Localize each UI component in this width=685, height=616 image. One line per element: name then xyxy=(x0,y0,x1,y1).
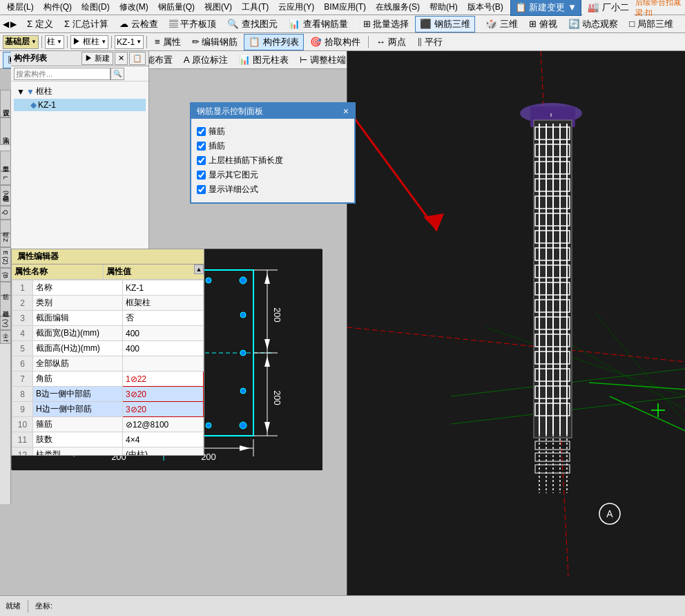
nav-right[interactable]: ▶ xyxy=(10,19,17,29)
prop-row-2-value[interactable]: 框架柱 xyxy=(123,296,204,311)
prop-row-6-value[interactable] xyxy=(123,356,204,372)
fullscreen-button[interactable]: ⊡ 全屏 xyxy=(679,16,685,32)
menu-item-layers[interactable]: 楼层(L) xyxy=(3,0,38,15)
sidebar-tab-setup[interactable]: 设置 xyxy=(0,90,11,117)
3d-column-svg: A xyxy=(347,51,685,576)
prop-row-7-value[interactable]: 1⊘22 xyxy=(123,372,204,387)
sidebar-tab-b[interactable]: (B xyxy=(0,268,11,282)
tree-child-label: KZ-1 xyxy=(38,100,56,110)
sidebar-tab-y[interactable]: (Y) xyxy=(0,316,11,330)
sidebar-tab-l[interactable]: L xyxy=(0,171,11,185)
top-view-button[interactable]: ⊞ 俯视 xyxy=(524,16,562,32)
menu-item-help[interactable]: 帮助(H) xyxy=(425,0,462,15)
prop-row-10-value[interactable]: ⊘12@8100 xyxy=(123,417,204,432)
level-top-button[interactable]: ▤ 平齐板顶 xyxy=(164,16,222,32)
rebar-right-1 xyxy=(240,312,246,318)
comp-new-button[interactable]: ▶ 新建 xyxy=(81,52,113,65)
sidebar-tab-z[interactable]: Z xyxy=(0,233,11,247)
property-button[interactable]: ≡ 属性 xyxy=(150,34,185,50)
sidebar-tab-foundation[interactable]: 基础(M) xyxy=(0,185,11,206)
calc-button[interactable]: Σ 汇总计算 xyxy=(59,16,113,32)
element-table-button[interactable]: 📊 图元柱表 xyxy=(234,52,294,68)
rebar-top-3 xyxy=(206,278,211,283)
rebar-checkbox-upper-insert[interactable]: 上层柱插筋下插长度 xyxy=(197,153,349,168)
find-element-button[interactable]: 🔍 查找图元 xyxy=(222,16,282,32)
prop-row-8: 8 B边一侧中部筋 3⊘20 xyxy=(12,387,204,402)
prop-row-8-name: B边一侧中部筋 xyxy=(33,387,123,402)
kz-dropdown[interactable]: KZ-1 ▼ xyxy=(115,35,144,49)
prop-row-2-name: 类别 xyxy=(33,296,123,311)
batch-select-button[interactable]: ⊞ 批量选择 xyxy=(358,16,414,32)
sidebar-tab-q[interactable]: Q xyxy=(0,206,11,220)
rebar-checkbox-stirrup[interactable]: 箍筋 xyxy=(197,124,349,139)
define-button[interactable]: Σ 定义 xyxy=(22,16,58,32)
prop-row-3-value[interactable]: 否 xyxy=(123,311,204,326)
tree-root[interactable]: ▼ ▼ 框柱 xyxy=(14,84,146,99)
prop-row-4-value[interactable]: 400 xyxy=(123,326,204,341)
rebar-corner-br xyxy=(240,422,247,429)
menu-item-rebar-qty[interactable]: 钢筋量(Q) xyxy=(154,0,199,15)
menu-item-view[interactable]: 视图(V) xyxy=(200,0,236,15)
comp-delete-button[interactable]: ✕ xyxy=(115,52,128,65)
prop-row-6-id: 6 xyxy=(12,356,33,372)
menu-item-draw[interactable]: 绘图(D) xyxy=(77,0,114,15)
sidebar-tab-num[interactable]: ②f xyxy=(0,330,11,344)
tree-child-kz1[interactable]: ◆ KZ-1 xyxy=(14,99,146,111)
sidebar-tab-rebar[interactable]: 筋 xyxy=(0,282,11,296)
foundation-dropdown[interactable]: 基础层 ▼ xyxy=(3,35,39,49)
column-label: 柱 xyxy=(47,36,55,48)
rebar-checkbox-insert[interactable]: 插筋 xyxy=(197,139,349,153)
prop-row-8-value[interactable]: 3⊘20 xyxy=(123,387,204,402)
in-situ-label-button[interactable]: A 原位标注 xyxy=(179,52,233,68)
menu-item-component[interactable]: 构件(Q) xyxy=(39,0,76,15)
3d-view-button[interactable]: 🎲 三维 xyxy=(481,16,523,32)
component-list-button[interactable]: 📋 构件列表 xyxy=(244,34,304,50)
prop-row-5-value[interactable]: 400 xyxy=(123,341,204,356)
sep6 xyxy=(111,36,112,48)
cloud-check-button[interactable]: ☁ 云检查 xyxy=(115,16,163,32)
prop-row-11-name: 肢数 xyxy=(33,432,123,447)
edit-rebar-button[interactable]: ✏ 编辑钢筋 xyxy=(187,34,243,50)
rebar-checkbox-show-others[interactable]: 显示其它图元 xyxy=(197,168,349,182)
prop-row-12-value[interactable]: (中柱) xyxy=(123,447,204,456)
dim-text-200-r-lower: 200 xyxy=(272,390,282,405)
rebar-checkbox-show-formula[interactable]: 显示详细公式 xyxy=(197,182,349,197)
menu-item-version[interactable]: 版本号(B) xyxy=(463,0,508,15)
sidebar-tab-frame[interactable]: 框 xyxy=(0,220,11,233)
comp-search-button[interactable]: 🔍 xyxy=(110,68,124,80)
component-list-panel: 构件列表 ▶ 新建 ✕ 📋 🔍 ▼ ▼ 框柱 ◆ KZ-1 xyxy=(11,51,149,249)
dynamic-obs-button[interactable]: 🔄 动态观察 xyxy=(563,16,624,32)
prop-row-12-name: 柱类型 xyxy=(33,447,123,456)
sidebar-tab-input[interactable]: 输入 xyxy=(0,117,11,145)
column-dropdown[interactable]: 柱 ▼ xyxy=(45,35,64,49)
two-point-button[interactable]: ↔ 两点 xyxy=(372,34,411,50)
view-rebar-button[interactable]: 📊 查看钢筋量 xyxy=(284,16,353,32)
menu-item-modify[interactable]: 修改(M) xyxy=(115,0,153,15)
menu-item-cloud[interactable]: 云应用(Y) xyxy=(274,0,318,15)
menu-bar: 楼层(L) 构件(Q) 绘图(D) 修改(M) 钢筋量(Q) 视图(V) 工具(… xyxy=(0,0,685,15)
status-sep xyxy=(28,600,28,613)
sidebar-tab-foundation2[interactable]: 础基 xyxy=(0,296,11,316)
prop-row-7: 7 角筋 1⊘22 xyxy=(12,372,204,387)
prop-row-11-value[interactable]: 4×4 xyxy=(123,432,204,447)
menu-item-online[interactable]: 在线服务(S) xyxy=(372,0,424,15)
rebar-ctrl-close-button[interactable]: × xyxy=(343,106,349,117)
parallel-button[interactable]: ∥ 平行 xyxy=(412,34,448,50)
menu-item-bim[interactable]: BIM应用(T) xyxy=(320,0,370,15)
sidebar-tab-e2[interactable]: E (Z) xyxy=(0,247,11,268)
rebar-3d-button[interactable]: ⬛ 钢筋三维 xyxy=(415,16,475,32)
nav-left[interactable]: ◀ xyxy=(3,19,9,29)
new-change-button[interactable]: 📋 新建变更 ▼ xyxy=(510,0,582,16)
sidebar-tab-type[interactable]: 类型 xyxy=(0,151,11,171)
prop-row-5: 5 截面高(H边)(mm) 400 xyxy=(12,341,204,356)
comp-copy-button[interactable]: 📋 xyxy=(129,52,146,65)
menu-item-tools[interactable]: 工具(T) xyxy=(238,0,273,15)
frame-column-dropdown[interactable]: ▶ 框柱 ▼ xyxy=(70,35,108,49)
local-3d-button[interactable]: □ 局部三维 xyxy=(624,16,678,32)
prop-row-1-value[interactable]: KZ-1 xyxy=(123,280,204,296)
prop-row-9-value[interactable]: 3⊘20 xyxy=(123,402,204,417)
factory-user-button[interactable]: 🏭 厂小二 xyxy=(583,0,634,16)
comp-search-input[interactable] xyxy=(14,68,110,80)
prop-row-2: 2 类别 框架柱 xyxy=(12,296,204,311)
pick-component-button[interactable]: 🎯 拾取构件 xyxy=(305,34,365,50)
